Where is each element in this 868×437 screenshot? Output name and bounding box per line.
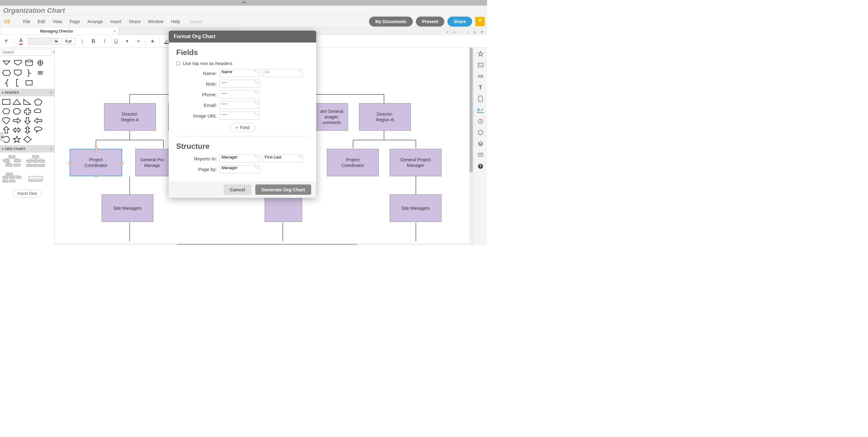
layers-icon[interactable]	[477, 140, 484, 148]
shape-star-icon[interactable]	[12, 136, 21, 143]
text-color-icon[interactable]: A	[17, 37, 25, 46]
orgchart-single-icon[interactable]	[26, 173, 45, 185]
menu-edit[interactable]: Edit	[35, 17, 49, 26]
document-title[interactable]: Organization Chart	[3, 6, 65, 15]
shape-arrow-left-icon[interactable]	[34, 117, 42, 124]
close-icon[interactable]: ×	[114, 29, 116, 34]
shape-arrow-down-icon[interactable]	[23, 117, 32, 124]
selection-handle[interactable]	[95, 148, 98, 151]
underline-icon[interactable]: U	[112, 37, 120, 46]
shape-brace-right-icon[interactable]	[24, 68, 34, 78]
email-select[interactable]: ----	[219, 101, 260, 109]
orgchart-tree2-icon[interactable]	[26, 155, 45, 168]
shape-diamond-icon[interactable]	[23, 136, 32, 143]
shape-shield-icon[interactable]	[12, 58, 23, 67]
align-icon[interactable]: ≡	[134, 37, 143, 46]
shape-pentagon-icon[interactable]	[34, 98, 42, 106]
node-site-managers-right[interactable]: Site Managers	[390, 195, 441, 222]
orgchart-tree1-icon[interactable]	[2, 155, 21, 168]
app-logo-icon[interactable]	[2, 18, 11, 26]
first-tab-icon[interactable]: «	[452, 29, 457, 35]
node-gpm-left[interactable]: General Pro Manage	[135, 149, 169, 176]
node-asst-gm[interactable]: ant General anager: urements	[316, 103, 348, 131]
shapes-section-header[interactable]: ▾ SHAPES ×	[0, 89, 54, 96]
scrollbar-thumb[interactable]	[470, 48, 473, 173]
shape-arrow-right-icon[interactable]	[12, 117, 21, 124]
selection-handle[interactable]	[95, 174, 98, 178]
history-icon[interactable]	[477, 118, 484, 125]
shape-callout-icon[interactable]	[34, 126, 42, 134]
phone-select[interactable]: ----	[219, 90, 260, 98]
shape-pentagon-down-icon[interactable]	[12, 68, 23, 78]
name-format-select[interactable]: ----	[262, 69, 303, 77]
vertical-scrollbar[interactable]	[469, 48, 473, 243]
shape-cross-icon[interactable]	[23, 108, 32, 115]
shape-note-icon[interactable]	[35, 68, 45, 78]
menu-window[interactable]: Window	[145, 17, 167, 26]
next-tab-icon[interactable]: ›	[465, 29, 471, 35]
paint-format-icon[interactable]	[2, 37, 11, 46]
share-button[interactable]: Share	[447, 17, 472, 27]
role-select[interactable]: ----	[219, 80, 260, 88]
tab-menu-icon[interactable]: ▾	[479, 29, 485, 35]
text-tool-icon[interactable]: T	[477, 84, 484, 91]
menu-file[interactable]: File	[20, 17, 33, 26]
cancel-button[interactable]: Cancel	[224, 184, 251, 195]
shape-rectangle-icon[interactable]	[2, 98, 11, 106]
name-select[interactable]: Name	[219, 69, 260, 77]
menu-page[interactable]: Page	[67, 17, 83, 26]
node-project-coordinator-left[interactable]: Project Coordinator	[70, 149, 122, 176]
shape-cylinder-icon[interactable]	[24, 58, 34, 67]
menu-view[interactable]: View	[50, 17, 65, 26]
shape-brace-left-icon[interactable]	[1, 78, 12, 88]
shape-or-icon[interactable]	[35, 58, 45, 67]
horizontal-scrollbar[interactable]	[55, 243, 473, 245]
shape-cloud-icon[interactable]	[34, 108, 42, 115]
font-size-input[interactable]	[62, 38, 75, 45]
reports-format-select[interactable]: First Last	[262, 154, 303, 163]
shape-arrow-ud-icon[interactable]	[23, 126, 32, 134]
menu-share[interactable]: Share	[126, 17, 144, 26]
use-headers-checkbox[interactable]	[176, 61, 180, 65]
ruler-icon[interactable]	[477, 72, 484, 80]
search-input[interactable]	[1, 49, 51, 56]
node-hidden-2[interactable]	[265, 195, 302, 222]
pageby-select[interactable]: Manager	[219, 165, 260, 173]
help-icon[interactable]: ?	[477, 163, 484, 170]
close-icon[interactable]: ×	[51, 91, 53, 94]
selection-handle[interactable]	[68, 162, 71, 165]
page-icon[interactable]	[477, 95, 484, 103]
shape-octagon-icon[interactable]	[12, 108, 21, 115]
close-icon[interactable]: ×	[51, 147, 53, 151]
italic-icon[interactable]: I	[100, 37, 109, 46]
more-text-icon[interactable]: ▾	[123, 37, 131, 46]
shape-triangle-icon[interactable]	[12, 98, 21, 106]
presentation-icon[interactable]	[477, 151, 484, 159]
image-icon[interactable]	[477, 61, 484, 69]
tab-managing-director[interactable]: Managing Director ×	[0, 27, 119, 35]
shape-arrow-lr-icon[interactable]	[12, 126, 21, 134]
scrollbar-thumb[interactable]	[177, 244, 358, 245]
node-director-a[interactable]: Director: Region A	[104, 103, 156, 131]
shape-right-triangle-icon[interactable]	[23, 98, 32, 106]
master-icon[interactable]	[477, 129, 484, 136]
navigator-icon[interactable]	[477, 50, 484, 58]
font-family-select[interactable]	[28, 38, 59, 45]
collapse-sidebar-icon[interactable]: ◀	[0, 132, 4, 141]
spellcheck-icon[interactable]: A✓	[477, 106, 484, 114]
orgchart-section-header[interactable]: ▾ ORG CHART ×	[0, 145, 54, 152]
generate-button[interactable]: Generate Org Chart	[255, 184, 311, 195]
reports-to-select[interactable]: Manager	[219, 154, 260, 163]
node-site-managers-left[interactable]: Site Managers	[101, 195, 153, 222]
shape-filled-rect-icon[interactable]	[24, 78, 34, 88]
add-tab-icon[interactable]: +	[445, 29, 450, 35]
shape-hexagon-icon[interactable]	[1, 68, 12, 78]
orgchart-tree3-icon[interactable]	[2, 173, 21, 185]
my-documents-button[interactable]: My Documents	[369, 17, 413, 27]
node-director-b[interactable]: Director: Region B	[359, 103, 411, 131]
node-gpm-right[interactable]: General Project Manager	[390, 149, 441, 176]
bold-icon[interactable]: B	[89, 37, 98, 46]
last-tab-icon[interactable]: »	[472, 29, 478, 35]
node-project-coordinator-right[interactable]: Project Coordinator	[327, 149, 379, 176]
shape-heart-icon[interactable]	[2, 117, 11, 124]
